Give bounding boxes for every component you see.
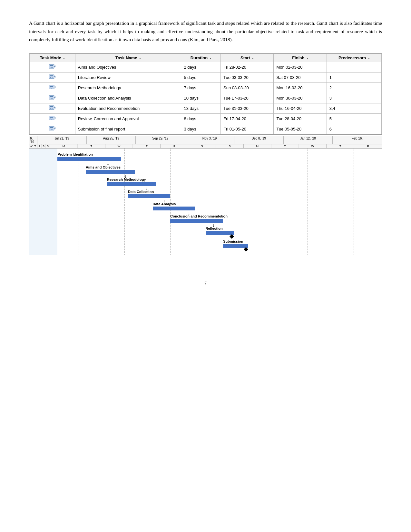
task-duration-cell: 2 days <box>181 62 221 72</box>
svg-rect-7 <box>50 96 53 97</box>
table-row: Research Methodology7 daysSun 08-03-20Mo… <box>30 82 382 93</box>
chart-h-cell: Sep 29, '19 <box>136 136 185 144</box>
task-finish-cell: Tue 28-04-20 <box>274 113 327 124</box>
task-name-cell: Aims and Objectives <box>75 62 181 72</box>
task-pred-cell: 3,4 <box>327 103 381 113</box>
duration-sort-icon[interactable]: ▾ <box>210 57 211 60</box>
task-duration-cell: 10 days <box>181 93 221 103</box>
task-duration-cell: 3 days <box>181 124 221 134</box>
table-row: Submission of final report3 daysFri 01-0… <box>30 124 382 134</box>
bar-reflect <box>206 231 234 235</box>
name-sort-icon[interactable]: ▾ <box>139 57 141 60</box>
task-name-cell: Submission of final report <box>75 124 181 134</box>
gantt-table: Task Mode ▾ Task Name ▾ Duration ▾ Start… <box>29 53 382 134</box>
chart-h-cell: Feb 16, <box>333 136 382 144</box>
svg-rect-11 <box>50 117 53 118</box>
table-row: Evaluation and Recommendetion13 daysTue … <box>30 103 382 113</box>
task-pred-cell: 3 <box>327 93 381 103</box>
finish-sort-icon[interactable]: ▾ <box>307 57 308 60</box>
task-start-cell: Tue 03-03-20 <box>221 72 274 82</box>
task-duration-cell: 7 days <box>181 82 221 93</box>
task-pred-cell: 6 <box>327 124 381 134</box>
task-mode-cell <box>30 62 75 72</box>
task-mode-icon <box>49 84 56 90</box>
task-finish-cell: Tue 05-05-20 <box>274 124 327 134</box>
pred-sort-icon[interactable]: ▾ <box>368 57 370 60</box>
gantt-chart: 6, '19 Jul 21, '19 Aug 25, '19 Sep 29, '… <box>29 136 382 255</box>
task-mode-icon <box>49 115 56 121</box>
task-start-cell: Fri 17-04-20 <box>221 113 274 124</box>
bar-label-aims: Aims and Objectives <box>86 165 121 169</box>
bar-submit <box>223 244 248 248</box>
bar-label-dataana: Data Analysis <box>153 202 176 206</box>
task-finish-cell: Mon 02-03-20 <box>274 62 327 72</box>
task-pred-cell <box>327 62 381 72</box>
table-row: Literature Review5 daysTue 03-03-20Sat 0… <box>30 72 382 82</box>
grid-line <box>79 149 79 255</box>
task-duration-cell: 8 days <box>181 113 221 124</box>
task-name-cell: Review, Correction and Approval <box>75 113 181 124</box>
task-finish-cell: Mon 16-03-20 <box>274 82 327 93</box>
chart-h-cell: 6, '19 <box>29 136 37 144</box>
task-mode-cell <box>30 82 75 93</box>
grid-line <box>124 149 125 255</box>
milestone-submit <box>244 247 248 251</box>
chart-h-cell: Aug 25, '19 <box>87 136 136 144</box>
chart-body: Problem Identifiation ↓ Aims and Objecti… <box>29 149 382 255</box>
task-pred-cell: 5 <box>327 113 381 124</box>
grid-line <box>170 149 171 255</box>
bar-label-problem: Problem Identifiation <box>57 152 93 156</box>
task-name-cell: Research Methodology <box>75 82 181 93</box>
bar-concl <box>170 219 223 223</box>
task-duration-cell: 13 days <box>181 103 221 113</box>
bar-dataana <box>153 207 195 210</box>
task-start-cell: Tue 31-03-20 <box>221 103 274 113</box>
task-finish-cell: Mon 30-03-20 <box>274 93 327 103</box>
table-row: Review, Correction and Approval8 daysFri… <box>30 113 382 124</box>
page-number: 7 <box>29 281 382 286</box>
task-start-cell: Sun 08-03-20 <box>221 82 274 93</box>
bar-label-concl: Conclusion and Recommendetion <box>170 214 228 218</box>
chart-h-cell: Jul 21, '19 <box>37 136 87 144</box>
chart-h-cell: Dec 8, '19 <box>234 136 284 144</box>
th-start: Start ▾ <box>221 53 274 62</box>
task-pred-cell: 2 <box>327 82 381 93</box>
table-row: Aims and Objectives2 daysFri 28-02-20Mon… <box>30 62 382 72</box>
bar-label-reflect: Reflection <box>206 227 223 230</box>
grid-line <box>308 149 308 255</box>
task-finish-cell: Thu 16-04-20 <box>274 103 327 113</box>
task-pred-cell: 1 <box>327 72 381 82</box>
table-row: Data Collection and Analysis10 daysTue 1… <box>30 93 382 103</box>
task-mode-cell <box>30 103 75 113</box>
task-mode-icon <box>49 74 56 80</box>
mode-sort-icon[interactable]: ▾ <box>63 57 65 60</box>
bar-label-submit: Submission <box>223 239 243 243</box>
th-name: Task Name ▾ <box>75 53 181 62</box>
task-start-cell: Tue 17-03-20 <box>221 93 274 103</box>
bar-problem <box>57 157 121 161</box>
chart-h-cell: Nov 3, '19 <box>185 136 234 144</box>
intro-paragraph: A Gantt chart is a horizontal bar graph … <box>29 19 382 44</box>
chart-left-shade <box>29 149 57 255</box>
th-finish: Finish ▾ <box>274 53 327 62</box>
bar-label-datacol: Data Collection <box>128 190 154 194</box>
th-mode: Task Mode ▾ <box>30 53 75 62</box>
svg-rect-9 <box>50 106 53 107</box>
svg-rect-13 <box>50 127 53 128</box>
svg-rect-5 <box>50 86 53 87</box>
gantt-table-wrapper: Task Mode ▾ Task Name ▾ Duration ▾ Start… <box>29 53 382 135</box>
milestone-reflect <box>230 234 234 238</box>
task-mode-cell <box>30 93 75 103</box>
task-duration-cell: 5 days <box>181 72 221 82</box>
chart-header-row2: W T F S S M T W T F S S M T W T F <box>29 144 382 149</box>
grid-line <box>354 149 354 255</box>
bar-datacol <box>128 194 170 198</box>
task-mode-icon <box>49 105 56 111</box>
svg-rect-1 <box>50 65 53 66</box>
task-mode-cell <box>30 72 75 82</box>
bar-aims <box>86 170 135 174</box>
th-duration: Duration ▾ <box>181 53 221 62</box>
svg-rect-3 <box>50 75 53 76</box>
start-sort-icon[interactable]: ▾ <box>252 57 254 60</box>
task-name-cell: Data Collection and Analysis <box>75 93 181 103</box>
